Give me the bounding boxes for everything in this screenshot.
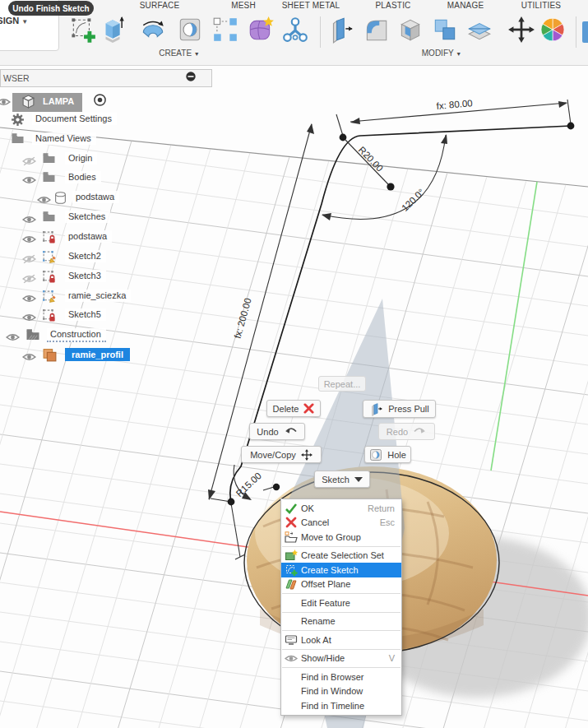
sketch-edit-icon (42, 290, 57, 307)
menu-item-find-in-window[interactable]: Find in Window (281, 684, 401, 699)
button-label: Move/Copy (250, 450, 296, 460)
chevron-down-icon: ▼ (21, 18, 28, 26)
toolbar-divider (576, 16, 576, 48)
folder-icon (11, 132, 25, 147)
modify-group-label[interactable]: MODIFY ▼ (422, 49, 461, 58)
visibility-eye-icon[interactable] (22, 233, 36, 248)
joint-button[interactable] (280, 16, 310, 47)
look-at-icon (281, 634, 301, 646)
press-pull-button[interactable] (326, 16, 356, 47)
visibility-off-icon[interactable] (22, 155, 36, 169)
menu-item-label: Cancel (301, 517, 380, 527)
menu-item-show-hide[interactable]: Show/HideV (281, 651, 401, 666)
ribbon-tab-mesh[interactable]: MESH (231, 1, 256, 10)
gear-icon (11, 113, 25, 130)
menu-item-look-at[interactable]: Look At (281, 633, 401, 647)
menu-item-label: OK (301, 503, 368, 513)
tree-label: Sketch3 (68, 271, 101, 281)
tree-label: Origin (68, 153, 92, 163)
ribbon-tab-surface[interactable]: SURFACE (140, 1, 180, 10)
cross-icon (281, 517, 301, 528)
visibility-eye-icon[interactable] (22, 174, 36, 188)
ribbon-tab-sheet-metal[interactable]: SHEET METAL (282, 1, 340, 10)
menu-separator (282, 593, 400, 594)
collapse-browser-icon[interactable] (185, 71, 197, 86)
hole-button[interactable] (175, 16, 205, 47)
menu-item-ok[interactable]: OKReturn (281, 501, 401, 516)
menu-item-create-sketch[interactable]: Create Sketch (281, 563, 401, 577)
menu-item-move-to-group[interactable]: Move to Group (281, 530, 401, 545)
create-group-label[interactable]: CREATE ▼ (159, 49, 200, 58)
create-sketch-button[interactable] (68, 16, 98, 47)
menu-separator (282, 630, 400, 631)
browser-header[interactable]: WSER (0, 69, 212, 87)
menu-item-create-selection-set[interactable]: Create Selection Set (281, 549, 401, 563)
repeat-button[interactable]: Repeat... (318, 376, 366, 392)
menu-item-cancel[interactable]: CancelEsc (281, 516, 401, 531)
move-copy-button[interactable]: Move/Copy (241, 446, 322, 463)
menu-item-label: Rename (301, 616, 401, 626)
visibility-eye-icon[interactable] (37, 193, 51, 208)
visibility-eye-icon[interactable] (22, 292, 36, 307)
visibility-eye-icon[interactable] (22, 350, 36, 365)
tree-label: Sketch2 (68, 251, 101, 261)
ribbon-tab-utilities[interactable]: UTILITIES (521, 1, 561, 10)
activate-component-radio[interactable] (93, 93, 107, 110)
ribbon-tab-plastic[interactable]: PLASTIC (375, 1, 410, 10)
visibility-eye-icon[interactable] (6, 331, 20, 345)
plane-icon (42, 348, 58, 365)
menu-item-find-in-browser[interactable]: Find in Browser (281, 670, 401, 684)
caret-down-icon (354, 476, 363, 483)
workspace-label[interactable]: ESIGN (0, 16, 19, 26)
cube-icon (21, 100, 36, 110)
hole-button[interactable]: Hole (364, 446, 411, 463)
shell-icon (396, 15, 424, 48)
visibility-off-icon[interactable] (22, 253, 36, 267)
create-sketch-icon (69, 15, 97, 48)
tree-label: Named Views (35, 133, 91, 143)
combine-button[interactable] (430, 16, 460, 47)
redo-arrow-icon (413, 426, 427, 437)
shell-button[interactable] (396, 16, 425, 47)
tree-label: Sketch5 (68, 309, 101, 319)
menu-item-label: Move to Group (301, 532, 401, 542)
ribbon-tab-manage[interactable]: MANAGE (447, 1, 484, 10)
menu-separator (282, 649, 400, 650)
press-pull-button[interactable]: Press Pull (363, 400, 436, 418)
eye-icon (281, 654, 301, 663)
move-icon (507, 15, 535, 48)
undo-button[interactable]: Undo (249, 423, 305, 440)
folder-construction-icon (25, 328, 40, 344)
appearance-button[interactable] (538, 16, 567, 47)
extrude-icon (99, 15, 127, 48)
press-pull-small-icon (369, 402, 383, 416)
clipped-tool-icon[interactable] (582, 21, 588, 43)
redo-button[interactable]: Redo (378, 423, 435, 440)
undo-arrow-icon (284, 426, 298, 437)
delete-button[interactable]: Delete (266, 400, 321, 417)
menu-item-label: Look At (301, 635, 401, 645)
extrude-button[interactable] (98, 16, 127, 47)
pattern-button[interactable] (211, 16, 240, 47)
menu-item-rename[interactable]: Rename (281, 614, 401, 629)
visibility-eye-icon[interactable] (0, 95, 11, 110)
revolve-button[interactable] (138, 16, 168, 47)
move-button[interactable] (507, 16, 536, 47)
menu-item-label: Find in Browser (301, 672, 401, 682)
sketch-button[interactable]: Sketch (314, 471, 370, 488)
pattern-icon (211, 15, 239, 48)
visibility-off-icon[interactable] (22, 272, 36, 287)
menu-item-edit-feature[interactable]: Edit Feature (281, 596, 401, 610)
visibility-eye-icon[interactable] (22, 213, 36, 228)
browser-title: WSER (3, 73, 185, 83)
split-body-button[interactable] (465, 16, 494, 47)
menu-item-label: Find in Timeline (301, 701, 401, 711)
visibility-eye-icon[interactable] (22, 311, 36, 326)
fillet-button[interactable] (361, 16, 391, 47)
menu-item-find-in-timeline[interactable]: Find in Timeline (281, 698, 401, 713)
create-form-button[interactable] (246, 16, 275, 47)
context-menu: OKReturnCancelEscMove to GroupCreate Sel… (280, 498, 402, 716)
button-label: Delete (273, 404, 299, 414)
menu-item-offset-plane[interactable]: Offset Plane (281, 577, 401, 592)
revolve-icon (139, 15, 167, 48)
